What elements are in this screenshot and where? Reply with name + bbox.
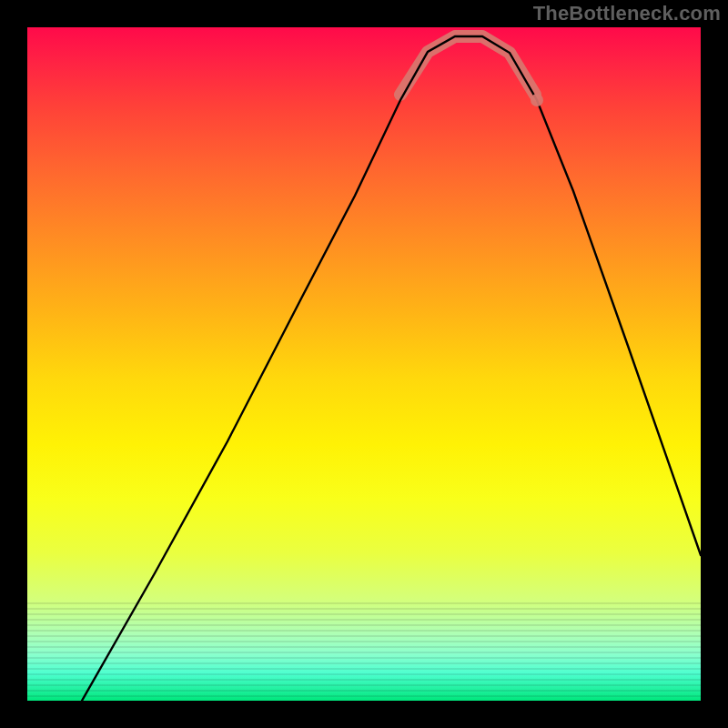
watermark-label: TheBottleneck.com	[533, 2, 721, 25]
marker-dot	[531, 94, 543, 106]
bottom-banding	[27, 601, 701, 701]
chart-canvas: TheBottleneck.com	[0, 0, 728, 728]
bottleneck-curve	[82, 36, 701, 701]
plot-area	[27, 27, 701, 701]
curve-layer	[27, 27, 701, 701]
tolerance-band	[400, 36, 535, 95]
